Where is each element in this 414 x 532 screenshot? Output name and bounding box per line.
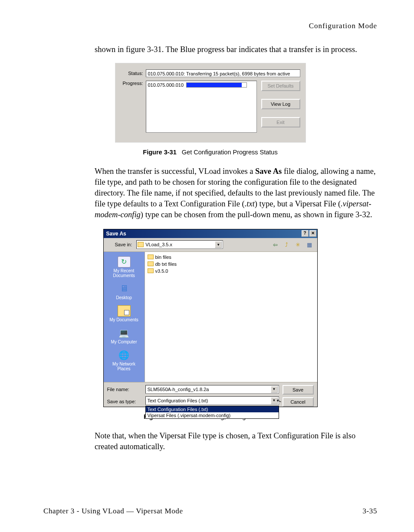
file-name: v3.5.0 xyxy=(155,268,168,274)
place-recent-documents[interactable]: ↻ My Recent Documents xyxy=(106,255,142,281)
list-item[interactable]: bin files xyxy=(148,254,315,261)
place-my-computer[interactable]: 💻 My Computer xyxy=(106,326,142,347)
figure-31-text: Get Configuration Progress Status xyxy=(182,149,278,156)
dialog-title: Save As xyxy=(106,231,126,237)
type-value: Text Configuration Files (.txt) xyxy=(148,398,208,403)
places-bar: ↻ My Recent Documents 🖥 Desktop My Docum… xyxy=(104,252,145,382)
save-as-type-label: Save as type: xyxy=(107,397,142,406)
filename-value: SLM5650A-h_config_v1.8.2a xyxy=(148,387,209,392)
save-in-value: VLoad_3.5.x xyxy=(145,242,172,247)
filename-label: File name: xyxy=(107,385,142,394)
new-folder-icon[interactable]: ✳ xyxy=(294,241,302,248)
save-as-type-options: Text Configuration Files (.txt) Vipersat… xyxy=(145,406,279,419)
save-button[interactable]: Save xyxy=(283,385,314,395)
filename-input[interactable]: SLM5650A-h_config_v1.8.2a ▼ xyxy=(145,385,279,394)
progress-dialog: Status: 010.075.000.010: Transferring 15… xyxy=(115,63,306,143)
recent-documents-icon: ↻ xyxy=(118,256,131,268)
my-computer-icon: 💻 xyxy=(118,327,131,339)
folder-icon xyxy=(148,255,154,259)
p2-it1: .txt xyxy=(245,199,255,208)
network-places-icon: 🌐 xyxy=(118,349,131,361)
progress-list: 010.075.000.010 xyxy=(146,81,257,133)
p2-a: When the transfer is successful, VLoad i… xyxy=(95,167,255,176)
footer-left: Chapter 3 - Using VLoad — Vipersat Mode xyxy=(43,507,183,516)
progress-label: Progress: xyxy=(121,81,143,86)
page-footer: Chapter 3 - Using VLoad — Vipersat Mode … xyxy=(43,507,377,516)
folder-icon xyxy=(138,242,144,247)
type-option[interactable]: Vipersat Files (.vipersat-modem-config) xyxy=(146,412,279,418)
list-item[interactable]: db txt files xyxy=(148,261,315,268)
file-name: bin files xyxy=(155,255,171,260)
p2-c: ) type, but a Vipersat File ( xyxy=(255,199,341,208)
place-my-documents[interactable]: My Documents xyxy=(106,304,142,325)
figure-31-caption: Figure 3-31 Get Configuration Progress S… xyxy=(43,149,377,156)
place-desktop[interactable]: 🖥 Desktop xyxy=(106,281,142,303)
body-paragraph-1: shown in figure 3-31. The Blue progress … xyxy=(95,44,377,55)
p2-bold: Save As xyxy=(255,167,282,176)
chevron-down-icon[interactable]: ▼ xyxy=(271,386,278,393)
status-field: 010.075.000.010: Transferring 15 packet(… xyxy=(146,69,300,77)
dialog-titlebar: Save As ? ✕ xyxy=(104,229,317,238)
save-in-dropdown[interactable]: VLoad_3.5.x ▼ xyxy=(136,240,223,249)
place-label: My Network Places xyxy=(106,362,142,371)
place-my-network-places[interactable]: 🌐 My Network Places xyxy=(106,348,142,374)
place-label: My Recent Documents xyxy=(106,268,142,278)
file-name: db txt files xyxy=(155,261,177,267)
list-item[interactable]: v3.5.0 xyxy=(148,268,315,274)
desktop-icon: 🖥 xyxy=(118,283,131,294)
folder-icon xyxy=(148,268,154,273)
set-defaults-button[interactable]: Set Defaults xyxy=(261,81,300,91)
exit-button[interactable]: Exit xyxy=(261,117,300,127)
folder-icon xyxy=(148,261,154,266)
footer-right: 3-35 xyxy=(362,507,377,516)
type-option[interactable]: Text Configuration Files (.txt) xyxy=(146,406,279,412)
save-as-dialog: Save As ? ✕ Save in: VLoad_3.5.x ▼ ⇦ ⤴ ✳… xyxy=(103,229,318,407)
body-paragraph-3: Note that, when the Vipersat File type i… xyxy=(95,431,377,452)
body-paragraph-2: When the transfer is successful, VLoad i… xyxy=(95,166,377,220)
save-as-type-dropdown[interactable]: Text Configuration Files (.txt) ▼ xyxy=(145,396,279,405)
up-one-level-icon[interactable]: ⤴ xyxy=(283,241,291,248)
help-button[interactable]: ? xyxy=(302,230,309,237)
save-as-bottom-bar: File name: Save as type: SLM5650A-h_conf… xyxy=(104,382,317,407)
cancel-button[interactable]: Cancel xyxy=(283,397,314,407)
views-icon[interactable]: ▦ xyxy=(305,241,314,248)
progress-ip: 010.075.000.010 xyxy=(148,82,184,88)
save-as-toolbar: Save in: VLoad_3.5.x ▼ ⇦ ⤴ ✳ ▦ xyxy=(104,238,317,252)
chevron-down-icon[interactable]: ▼ xyxy=(215,241,222,248)
p2-d: ) type can be chosen from the pull-down … xyxy=(141,210,372,219)
figure-31-num: Figure 3-31 xyxy=(143,149,176,156)
page-header: Configuration Mode xyxy=(43,22,377,30)
view-log-button[interactable]: View Log xyxy=(261,99,300,109)
place-label: My Documents xyxy=(106,317,142,322)
file-list[interactable]: bin files db txt files v3.5.0 xyxy=(145,252,317,382)
back-icon[interactable]: ⇦ xyxy=(271,241,280,248)
progress-bar xyxy=(186,82,247,88)
close-button[interactable]: ✕ xyxy=(309,230,316,237)
save-in-label: Save in: xyxy=(115,242,132,247)
place-label: My Computer xyxy=(106,339,142,344)
my-documents-icon xyxy=(118,305,131,317)
status-label: Status: xyxy=(121,71,143,76)
place-label: Desktop xyxy=(106,295,142,300)
